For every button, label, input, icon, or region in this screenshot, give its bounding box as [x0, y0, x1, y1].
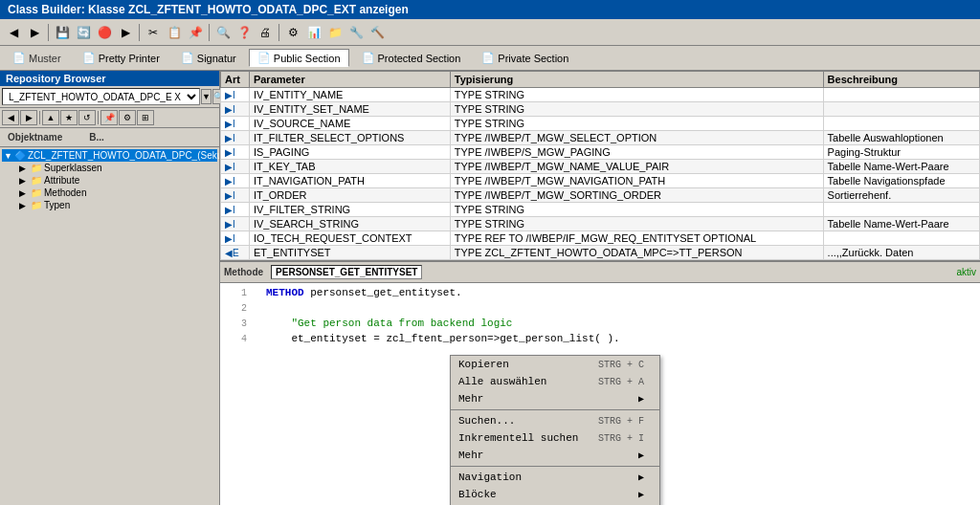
cell-typ: TYPE STRING — [450, 203, 823, 217]
help-button[interactable]: ❓ — [234, 23, 254, 42]
cell-desc: Paging-Struktur — [823, 145, 979, 160]
ctx-suchen[interactable]: Suchen... STRG + F — [451, 412, 659, 429]
signatur-icon: 📄 — [181, 52, 194, 64]
private-section-icon: 📄 — [481, 52, 495, 64]
save-button[interactable]: 💾 — [53, 23, 72, 42]
table-row: ▶I IT_FILTER_SELECT_OPTIONS TYPE /IWBEP/… — [221, 131, 980, 145]
tab-protected-section[interactable]: 📄 Protected Section — [353, 49, 470, 67]
cell-typ: TYPE /IWBEP/T_MGW_SELECT_OPTION — [450, 131, 823, 145]
cell-desc: Tabelle Auswahloptionen — [823, 131, 979, 145]
cell-desc — [823, 102, 979, 117]
obj-label-row: Objektname B... — [0, 128, 219, 147]
cell-desc — [823, 231, 979, 246]
debug-button[interactable]: 🔴 — [95, 23, 114, 42]
nav-up-btn[interactable]: ▲ — [42, 110, 59, 125]
cell-param: IT_ORDER — [249, 188, 450, 203]
cell-desc: Sortierrehenf. — [823, 188, 979, 203]
cell-typ: TYPE /IWBEP/S_MGW_PAGING — [450, 145, 823, 160]
nav-forward-btn[interactable]: ▶ — [20, 110, 37, 125]
cut-button[interactable]: ✂ — [144, 23, 163, 42]
main-toolbar: ◀ ▶ 💾 🔄 🔴 ▶ ✂ 📋 📌 🔍 ❓ 🖨 ⚙ 📊 📁 🔧 🔨 — [0, 19, 980, 46]
tree-root-item[interactable]: ▼ 🔷 ZCL_ZFTENT_HOWTO_ODATA_DPC_(Sekun — [2, 149, 217, 162]
refresh-button[interactable]: 🔄 — [74, 23, 93, 42]
cell-art: ▶I — [221, 231, 250, 246]
ctx-inkrementell[interactable]: Inkrementell suchen STRG + I — [451, 429, 659, 447]
sep1 — [48, 24, 49, 41]
cell-typ: TYPE STRING — [450, 217, 823, 231]
tab-public-section[interactable]: 📄 Public Section — [249, 49, 349, 67]
nav-sep2 — [98, 111, 99, 124]
tab-muster[interactable]: 📄 Muster — [4, 49, 70, 67]
folder-attribute-icon: 📁 — [31, 175, 42, 186]
repo-browser-toolbar: L_ZFTENT_HOWTO_ODATA_DPC_E X ▼ 🔍 — [0, 86, 219, 108]
repo-select[interactable]: L_ZFTENT_HOWTO_ODATA_DPC_E X — [2, 88, 200, 105]
expand-methoden-icon: ▶ — [19, 188, 29, 198]
tool2-button[interactable]: 📊 — [304, 23, 323, 42]
nav-refresh-btn[interactable]: ↺ — [78, 110, 96, 125]
nav-back-btn[interactable]: ◀ — [2, 110, 19, 125]
tree-item-superklassen[interactable]: ▶ 📁 Superklassen — [17, 162, 217, 174]
tab-signatur[interactable]: 📄 Signatur — [172, 49, 245, 67]
cell-typ: TYPE REF TO /IWBEP/IF_MGW_REQ_ENTITYSET … — [450, 231, 823, 246]
ctx-mehr1[interactable]: Mehr ▶ — [451, 390, 659, 407]
print-button[interactable]: 🖨 — [256, 23, 275, 42]
back-button[interactable]: ◀ — [4, 23, 23, 42]
tab-bar: 📄 Muster 📄 Pretty Printer 📄 Signatur 📄 P… — [0, 46, 980, 71]
sep4 — [278, 24, 279, 41]
cell-param: IT_KEY_TAB — [249, 160, 450, 174]
cell-desc: Tabelle Name-Wert-Paare — [823, 160, 979, 174]
repo-dropdown-btn[interactable]: ▼ — [201, 89, 212, 104]
table-row: ▶I IV_ENTITY_SET_NAME TYPE STRING — [221, 102, 980, 117]
method-bar-label: Methode — [224, 267, 263, 277]
protected-section-icon: 📄 — [362, 52, 375, 64]
code-editor[interactable]: 1 METHOD personset_get_entityset. 2 3 "G… — [220, 283, 980, 505]
tree-label-typen: Typen — [44, 200, 70, 210]
find-button[interactable]: 🔍 — [213, 23, 233, 42]
ctx-alle-auswaehlen[interactable]: Alle auswählen STRG + A — [451, 373, 659, 390]
nav-settings-btn[interactable]: ⚙ — [119, 110, 136, 125]
table-row: ▶I IV_SOURCE_NAME TYPE STRING — [221, 117, 980, 131]
tool3-button[interactable]: 📁 — [325, 23, 345, 42]
paste-button[interactable]: 📌 — [186, 23, 205, 42]
run-button[interactable]: ▶ — [116, 23, 135, 42]
expand-typen-icon: ▶ — [19, 201, 29, 210]
tab-pretty-printer[interactable]: 📄 Pretty Printer — [74, 49, 168, 67]
forward-button[interactable]: ▶ — [25, 23, 44, 42]
cell-param: IO_TECH_REQUEST_CONTEXT — [249, 231, 450, 246]
cell-art: ▶I — [221, 203, 250, 217]
cell-typ: TYPE STRING — [450, 88, 823, 102]
cell-art: ▶I — [221, 174, 250, 188]
tool5-button[interactable]: 🔨 — [368, 23, 387, 42]
right-panel: Art Parameter Typisierung Beschreibung ▶… — [220, 71, 980, 505]
tree-item-attribute[interactable]: ▶ 📁 Attribute — [17, 174, 217, 187]
code-line-1: 1 METHOD personset_get_entityset. — [220, 285, 980, 300]
cell-param: IV_ENTITY_NAME — [249, 88, 450, 102]
sep2 — [139, 24, 140, 41]
ctx-navigation[interactable]: Navigation ▶ — [451, 469, 659, 486]
tree-root-label: ZCL_ZFTENT_HOWTO_ODATA_DPC_(Sekun — [28, 150, 219, 161]
ctx-mehr2[interactable]: Mehr ▶ — [451, 447, 659, 464]
sep3 — [209, 24, 210, 41]
tab-private-section[interactable]: 📄 Private Section — [473, 49, 577, 67]
objektname-label: Objektname — [4, 130, 66, 144]
nav-expand-btn[interactable]: ⊞ — [137, 110, 154, 125]
cell-desc — [823, 203, 979, 217]
title-bar: Class Builder: Klasse ZCL_ZFTENT_HOWTO_O… — [0, 0, 980, 19]
nav-star-btn[interactable]: ★ — [60, 110, 78, 125]
nav-pin-btn[interactable]: 📌 — [100, 110, 118, 125]
tool1-button[interactable]: ⚙ — [283, 23, 302, 42]
ctx-bloecke[interactable]: Blöcke ▶ — [451, 486, 659, 503]
repo-browser-header: Repository Browser — [0, 71, 219, 86]
tree-item-typen[interactable]: ▶ 📁 Typen — [17, 199, 217, 211]
ctx-kopieren[interactable]: Kopieren STRG + C — [451, 356, 659, 373]
pretty-printer-icon: 📄 — [82, 52, 96, 64]
tree-item-methoden[interactable]: ▶ 📁 Methoden — [17, 187, 217, 199]
copy-button[interactable]: 📋 — [165, 23, 184, 42]
tree-children: ▶ 📁 Superklassen ▶ 📁 Attribute ▶ 📁 Metho… — [2, 162, 217, 211]
table-row: ▶I IS_PAGING TYPE /IWBEP/S_MGW_PAGING Pa… — [221, 145, 980, 160]
tool4-button[interactable]: 🔧 — [346, 23, 366, 42]
cell-param: IV_SEARCH_STRING — [249, 217, 450, 231]
nav-sep1 — [39, 111, 40, 124]
method-bar: Methode PERSONSET_GET_ENTITYSET aktiv — [220, 262, 980, 283]
tree-root-icon: 🔷 — [14, 150, 26, 161]
